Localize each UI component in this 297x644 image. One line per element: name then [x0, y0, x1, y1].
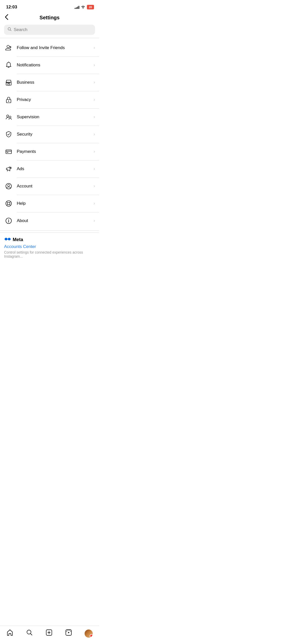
settings-item-notifications[interactable]: Notifications › — [0, 56, 99, 74]
privacy-label: Privacy — [17, 97, 93, 102]
chevron-icon: › — [93, 45, 95, 50]
settings-header: Settings — [0, 13, 99, 25]
divider-bottom — [0, 230, 99, 231]
account-label: Account — [17, 184, 93, 189]
lock-icon — [4, 95, 13, 104]
chevron-icon: › — [93, 201, 95, 206]
settings-item-privacy[interactable]: Privacy › — [0, 91, 99, 108]
status-time: 12:03 — [6, 5, 17, 10]
svg-point-14 — [8, 219, 9, 219]
meta-logo-icon — [4, 237, 11, 243]
person-circle-icon — [4, 182, 13, 191]
svg-point-5 — [7, 115, 9, 117]
search-icon — [8, 27, 12, 32]
meta-section: Meta Accounts Center Control settings fo… — [0, 232, 99, 260]
accounts-center-link[interactable]: Accounts Center — [4, 244, 95, 249]
chevron-icon: › — [93, 80, 95, 85]
bell-icon — [4, 61, 13, 70]
supervision-label: Supervision — [17, 114, 93, 120]
shield-icon — [4, 130, 13, 139]
payments-label: Payments — [17, 149, 93, 154]
svg-point-8 — [10, 167, 11, 168]
back-button[interactable] — [4, 13, 9, 22]
person-add-icon — [4, 43, 13, 52]
meta-logo-row: Meta — [4, 237, 95, 243]
settings-item-supervision[interactable]: Supervision › — [0, 108, 99, 126]
chevron-icon: › — [93, 97, 95, 102]
settings-list: Follow and Invite Friends › Notification… — [0, 39, 99, 229]
svg-point-4 — [8, 100, 9, 101]
settings-item-security[interactable]: Security › — [0, 126, 99, 143]
follow-invite-label: Follow and Invite Friends — [17, 45, 93, 50]
svg-point-11 — [6, 201, 11, 206]
svg-rect-2 — [8, 83, 9, 85]
settings-item-payments[interactable]: Payments › — [0, 143, 99, 160]
svg-point-6 — [9, 116, 11, 118]
status-bar: 12:03 20 — [0, 0, 99, 13]
settings-item-business[interactable]: Business › — [0, 74, 99, 91]
search-input[interactable] — [14, 27, 91, 32]
battery-icon: 20 — [87, 5, 94, 9]
signal-icon — [75, 5, 79, 9]
svg-rect-7 — [6, 150, 11, 154]
svg-point-10 — [8, 184, 10, 186]
store-icon — [4, 78, 13, 87]
notifications-label: Notifications — [17, 63, 93, 68]
divider-top — [0, 38, 99, 38]
supervision-icon — [4, 112, 13, 122]
chevron-icon: › — [93, 218, 95, 223]
settings-item-account[interactable]: Account › — [0, 178, 99, 195]
chevron-icon: › — [93, 166, 95, 171]
chevron-icon: › — [93, 149, 95, 154]
status-icons: 20 — [75, 5, 94, 9]
settings-item-about[interactable]: About › — [0, 212, 99, 229]
page-title: Settings — [40, 15, 60, 21]
ads-label: Ads — [17, 166, 93, 171]
search-container — [0, 25, 99, 37]
search-bar[interactable] — [4, 25, 95, 35]
chevron-icon: › — [93, 131, 95, 137]
meta-brand-label: Meta — [13, 237, 23, 242]
accounts-center-subtitle: Control settings for connected experienc… — [4, 250, 95, 258]
settings-item-help[interactable]: Help › — [0, 195, 99, 212]
lifebuoy-icon — [4, 199, 13, 208]
chevron-icon: › — [93, 114, 95, 120]
business-label: Business — [17, 80, 93, 85]
credit-card-icon — [4, 147, 13, 156]
settings-item-ads[interactable]: Ads › — [0, 160, 99, 178]
security-label: Security — [17, 132, 93, 137]
chevron-icon: › — [93, 183, 95, 189]
settings-item-follow-invite[interactable]: Follow and Invite Friends › — [0, 39, 99, 56]
info-circle-icon — [4, 216, 13, 225]
about-label: About — [17, 218, 93, 223]
wifi-icon — [81, 5, 85, 9]
megaphone-icon — [4, 164, 13, 173]
help-label: Help — [17, 201, 93, 206]
chevron-icon: › — [93, 62, 95, 68]
